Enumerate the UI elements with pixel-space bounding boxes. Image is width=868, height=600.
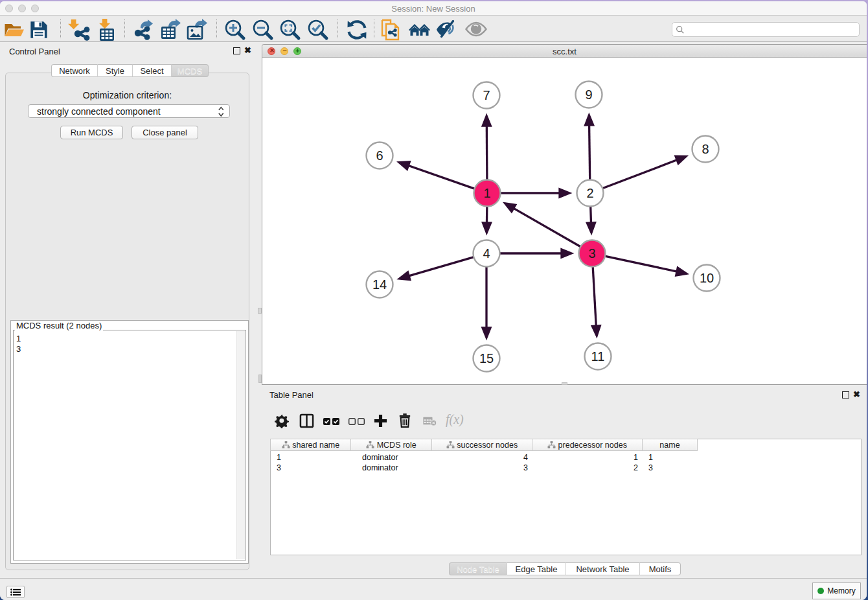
svg-text:11: 11 [591,349,604,363]
svg-text:2: 2 [586,186,593,200]
svg-text:6: 6 [376,148,383,163]
svg-text:9: 9 [585,87,592,102]
svg-text:3: 3 [588,246,595,260]
svg-text:8: 8 [702,142,709,156]
svg-text:10: 10 [699,271,713,285]
svg-text:15: 15 [479,351,493,365]
svg-text:4: 4 [483,246,490,260]
svg-text:7: 7 [483,88,490,102]
svg-text:1: 1 [483,186,490,200]
svg-text:14: 14 [372,277,386,292]
